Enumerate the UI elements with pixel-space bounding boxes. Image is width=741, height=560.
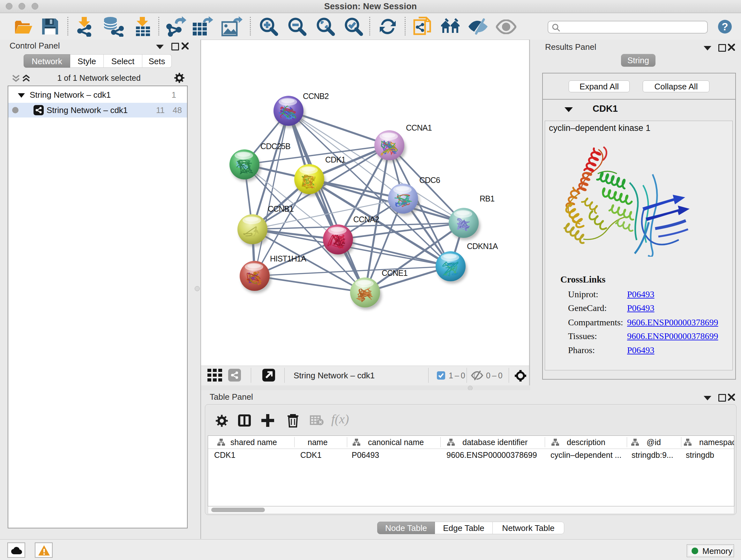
- svg-text:CCNE1: CCNE1: [382, 268, 408, 277]
- svg-text:CDC25B: CDC25B: [260, 142, 290, 151]
- svg-text:RB1: RB1: [480, 194, 494, 203]
- svg-text:CCNB1: CCNB1: [268, 204, 293, 213]
- svg-text:HIST1H1A: HIST1H1A: [270, 254, 307, 263]
- svg-text:CCNA2: CCNA2: [353, 215, 379, 224]
- svg-text:CDK1: CDK1: [325, 155, 346, 164]
- svg-text:CDKN1A: CDKN1A: [467, 242, 498, 251]
- svg-text:CDC6: CDC6: [419, 176, 440, 185]
- svg-text:CCNA1: CCNA1: [406, 123, 432, 132]
- svg-text:CCNB2: CCNB2: [303, 91, 329, 101]
